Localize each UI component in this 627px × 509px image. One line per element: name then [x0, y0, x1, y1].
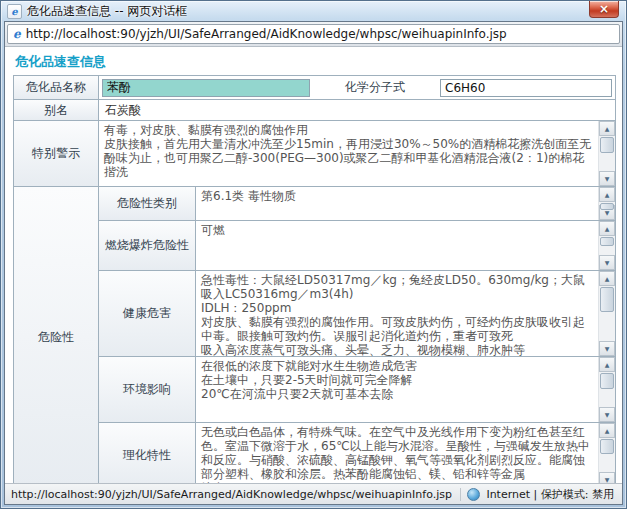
info-table: 危化品名称 化学分子式 别名 石炭酸 特别警示 有毒，对皮肤、 — [13, 75, 616, 483]
scroll-track[interactable] — [599, 136, 615, 171]
properties-cell: 无色或白色晶体，有特殊气味。在空气中及光线作用下变为粉红色甚至红色。室温下微溶于… — [196, 423, 615, 483]
close-icon: × — [599, 3, 609, 15]
ie-icon: e — [13, 27, 21, 41]
scroll-up-icon[interactable]: ▲ — [599, 187, 615, 202]
scroll-thumb[interactable] — [600, 287, 614, 312]
flammability-text[interactable]: 可燃 — [196, 221, 598, 270]
scroll-track[interactable] — [599, 236, 615, 255]
properties-text[interactable]: 无色或白色晶体，有特殊气味。在空气中及光线作用下变为粉红色甚至红色。室温下微溶于… — [196, 423, 598, 483]
row-health: 健康危害 急性毒性：大鼠经LD50317mg／kg；兔经皮LD50。630mg/… — [99, 271, 615, 357]
scroll-thumb[interactable] — [600, 237, 614, 246]
scroll-up-icon[interactable]: ▲ — [599, 271, 615, 286]
address-url: http://localhost:90/yjzh/UI/SafeArranged… — [26, 27, 507, 41]
properties-scrollbar[interactable]: ▲ ▼ — [598, 423, 615, 483]
chemical-name-input[interactable] — [102, 79, 310, 97]
warning-cell: 有毒，对皮肤、黏膜有强烈的腐蚀作用 皮肤接触，首先用大量清水冲洗至少15min，… — [99, 121, 615, 186]
scroll-down-icon[interactable]: ▼ — [599, 171, 615, 186]
status-url: http://localhost:90/yjzh/UI/SafeArranged… — [11, 488, 454, 501]
scroll-up-icon[interactable]: ▲ — [599, 221, 615, 236]
page-content: 危化品速查信息 危化品名称 化学分子式 别名 石炭酸 — [5, 47, 622, 483]
danger-category-cell: 第6.1类 毒性物质 ▲ ▼ — [196, 187, 615, 220]
globe-icon — [467, 488, 480, 501]
label-formula: 化学分子式 — [312, 79, 438, 96]
titlebar[interactable]: e 危化品速查信息 -- 网页对话框 × — [1, 1, 626, 21]
flammability-cell: 可燃 ▲ ▼ — [196, 221, 615, 270]
warning-scrollbar[interactable]: ▲ ▼ — [598, 121, 615, 186]
scroll-down-icon[interactable]: ▼ — [599, 472, 615, 483]
label-health: 健康危害 — [99, 271, 196, 356]
scroll-up-icon[interactable]: ▲ — [599, 121, 615, 136]
health-cell: 急性毒性：大鼠经LD50317mg／kg；兔经皮LD50。630mg/kg；大鼠… — [196, 271, 615, 356]
table-row-alias: 别名 石炭酸 — [14, 100, 615, 121]
table-row-danger: 危险性 危险性类别 第6.1类 毒性物质 ▲ ▼ — [14, 187, 615, 483]
scroll-down-icon[interactable]: ▼ — [599, 341, 615, 356]
danger-subtable: 危险性类别 第6.1类 毒性物质 ▲ ▼ 燃烧爆 — [99, 187, 615, 483]
close-button[interactable]: × — [589, 1, 619, 18]
row-properties: 理化特性 无色或白色晶体，有特殊气味。在空气中及光线作用下变为粉红色甚至红色。室… — [99, 423, 615, 483]
row-environment: 环境影响 在很低的浓度下就能对水生生物造成危害 在土壤中，只要2-5天时间就可完… — [99, 357, 615, 423]
window-title: 危化品速查信息 -- 网页对话框 — [27, 3, 187, 20]
table-row-warning: 特别警示 有毒，对皮肤、黏膜有强烈的腐蚀作用 皮肤接触，首先用大量清水冲洗至少1… — [14, 121, 615, 187]
label-flammability: 燃烧爆炸危险性 — [99, 221, 196, 270]
scroll-track[interactable] — [599, 438, 615, 472]
scroll-up-icon[interactable]: ▲ — [599, 357, 615, 372]
danger-category-text[interactable]: 第6.1类 毒性物质 — [196, 187, 598, 220]
label-properties: 理化特性 — [99, 423, 196, 483]
label-warning: 特别警示 — [14, 121, 99, 186]
scroll-thumb[interactable] — [600, 203, 614, 210]
scroll-thumb[interactable] — [600, 439, 614, 454]
alias-value: 石炭酸 — [99, 100, 615, 120]
scroll-thumb[interactable] — [600, 373, 614, 389]
dialog-frame: e http://localhost:90/yjzh/UI/SafeArrang… — [4, 21, 623, 505]
status-divider — [460, 488, 461, 501]
address-input: e http://localhost:90/yjzh/UI/SafeArrang… — [7, 24, 620, 44]
status-bar: http://localhost:90/yjzh/UI/SafeArranged… — [5, 483, 622, 504]
scroll-track[interactable] — [599, 372, 615, 407]
environment-scrollbar[interactable]: ▲ ▼ — [598, 357, 615, 422]
dialog-window: e 危化品速查信息 -- 网页对话框 × e http://localhost:… — [0, 0, 627, 509]
scroll-down-icon[interactable]: ▼ — [599, 407, 615, 422]
scroll-thumb[interactable] — [600, 137, 614, 153]
health-text[interactable]: 急性毒性：大鼠经LD50317mg／kg；兔经皮LD50。630mg/kg；大鼠… — [196, 271, 598, 356]
label-chemical-name: 危化品名称 — [14, 76, 99, 99]
label-danger: 危险性 — [14, 187, 99, 483]
page-title: 危化品速查信息 — [15, 53, 622, 71]
row-danger-category: 危险性类别 第6.1类 毒性物质 ▲ ▼ — [99, 187, 615, 221]
dialog-icon: e — [7, 4, 22, 19]
table-row-name: 危化品名称 化学分子式 — [14, 76, 615, 100]
scroll-track[interactable] — [599, 286, 615, 341]
environment-cell: 在很低的浓度下就能对水生生物造成危害 在土壤中，只要2-5天时间就可完全降解 2… — [196, 357, 615, 422]
danger-category-scrollbar[interactable]: ▲ ▼ — [598, 187, 615, 220]
name-formula-cell: 化学分子式 — [99, 76, 615, 99]
label-alias: 别名 — [14, 100, 99, 120]
scroll-down-icon[interactable]: ▼ — [599, 255, 615, 270]
address-bar: e http://localhost:90/yjzh/UI/SafeArrang… — [5, 22, 622, 47]
label-danger-category: 危险性类别 — [99, 187, 196, 220]
label-environment: 环境影响 — [99, 357, 196, 422]
row-flammability: 燃烧爆炸危险性 可燃 ▲ ▼ — [99, 221, 615, 271]
environment-text[interactable]: 在很低的浓度下就能对水生生物造成危害 在土壤中，只要2-5天时间就可完全降解 2… — [196, 357, 598, 422]
flammability-scrollbar[interactable]: ▲ ▼ — [598, 221, 615, 270]
health-scrollbar[interactable]: ▲ ▼ — [598, 271, 615, 356]
scroll-up-icon[interactable]: ▲ — [599, 423, 615, 438]
status-zone-text: Internet | 保护模式: 禁用 — [486, 487, 616, 502]
scroll-track[interactable] — [599, 202, 615, 205]
warning-text[interactable]: 有毒，对皮肤、黏膜有强烈的腐蚀作用 皮肤接触，首先用大量清水冲洗至少15min，… — [99, 121, 598, 186]
formula-input[interactable] — [440, 79, 612, 97]
